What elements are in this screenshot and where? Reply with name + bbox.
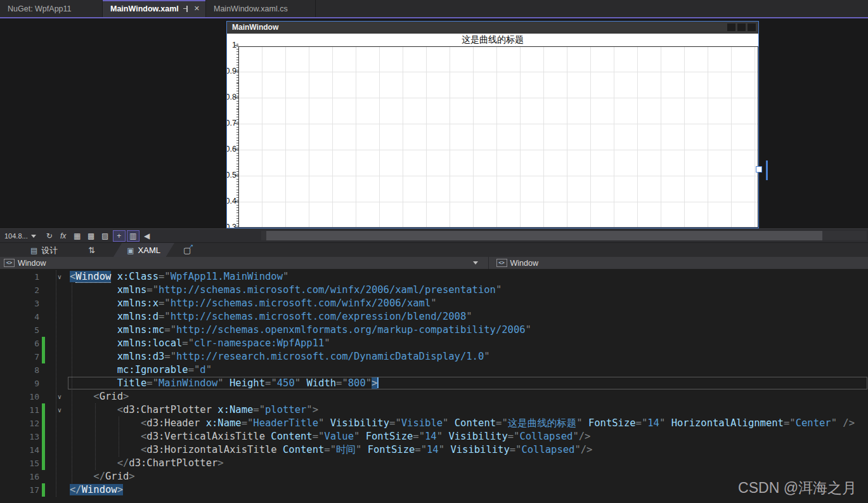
tab-mainwindow-xaml[interactable]: MainWindow.xaml ✕ — [103, 0, 206, 17]
code-line[interactable]: 7 xmlns:d3="http://research.microsoft.co… — [0, 350, 868, 363]
popout-editor-icon[interactable]: ▢↗ — [183, 245, 191, 255]
fold-collapse-icon[interactable]: ∨ — [55, 390, 65, 403]
code-text[interactable]: xmlns:local="clr-namespace:WpfApp11" — [70, 337, 330, 350]
code-text[interactable]: <d3:VerticalAxisTitle Content="Value" Fo… — [70, 430, 590, 443]
line-number: 12 — [0, 417, 39, 430]
tab-nuget-wpfapp11[interactable]: NuGet: WpfApp11 — [0, 0, 103, 17]
snap-to-snaplines-icon[interactable]: + — [113, 230, 126, 242]
code-text[interactable]: xmlns:mc="http://schemas.openxmlformats.… — [70, 323, 531, 337]
maximize-icon — [737, 23, 746, 31]
fold-collapse-icon[interactable]: ∨ — [55, 403, 65, 417]
xaml-code-editor[interactable]: 1∨<Window x:Class="WpfApp11.MainWindow"2… — [0, 269, 868, 503]
code-line[interactable]: 11∨ <d3:ChartPlotter x:Name="plotter"> — [0, 403, 868, 417]
designer-resize-handle[interactable] — [756, 166, 762, 173]
zoom-level-value: 104.8... — [4, 232, 28, 240]
design-tab-label: 设计 — [41, 245, 58, 256]
change-tracking-bar — [42, 350, 45, 363]
line-number: 6 — [0, 337, 39, 350]
code-line[interactable]: 1∨<Window x:Class="WpfApp11.MainWindow" — [0, 270, 868, 284]
code-line[interactable]: 13 <d3:VerticalAxisTitle Content="Value"… — [0, 430, 868, 443]
change-tracking-bar — [42, 337, 45, 350]
code-line[interactable]: 10∨ <Grid> — [0, 390, 868, 403]
element-breadcrumb-bar: <> Window <> Window — [0, 257, 868, 270]
chart-title: 这是曲线的标题 — [227, 34, 758, 46]
y-axis-major-tick — [235, 149, 238, 150]
y-axis-major-tick — [235, 175, 238, 176]
line-number: 4 — [0, 310, 39, 323]
code-text[interactable]: </Window> — [70, 483, 123, 497]
xaml-designer-surface[interactable]: MainWindow 这是曲线的标题 10.90.80.70.60.50.40.… — [0, 18, 868, 228]
tab-xaml-view[interactable]: ▣ XAML — [113, 243, 174, 258]
code-text[interactable]: </d3:ChartPlotter> — [70, 457, 224, 470]
code-text[interactable]: xmlns:d3="http://research.microsoft.com/… — [70, 350, 490, 363]
tab-label: NuGet: WpfApp11 — [8, 4, 72, 13]
zoom-level-dropdown[interactable]: 104.8... — [3, 230, 38, 242]
code-line[interactable]: 12 <d3:Header x:Name="HeaderTitle" Visib… — [0, 417, 868, 430]
code-text[interactable]: xmlns="http://schemas.microsoft.com/winf… — [70, 284, 502, 297]
scrollbar-thumb[interactable] — [266, 231, 822, 240]
minimize-icon — [727, 23, 735, 31]
code-line[interactable]: 5 xmlns:mc="http://schemas.openxmlformat… — [0, 323, 868, 337]
effects-icon[interactable]: fx — [57, 230, 70, 242]
code-text[interactable]: xmlns:x="http://schemas.microsoft.com/wi… — [70, 297, 437, 310]
breadcrumb-right[interactable]: Window — [510, 259, 538, 268]
line-number: 10 — [0, 390, 39, 403]
y-axis-major-tick — [235, 123, 238, 124]
code-line[interactable]: 9 Title="MainWindow" Height="450" Width=… — [0, 377, 868, 390]
code-line[interactable]: 3 xmlns:x="http://schemas.microsoft.com/… — [0, 297, 868, 310]
design-preview-window[interactable]: MainWindow 这是曲线的标题 10.90.80.70.60.50.40.… — [226, 21, 759, 228]
line-number: 13 — [0, 430, 39, 443]
code-text[interactable]: <d3:ChartPlotter x:Name="plotter"> — [70, 403, 318, 417]
change-tracking-bar — [42, 417, 45, 430]
designer-adorner-bar — [766, 160, 768, 180]
swap-panes-icon[interactable]: ⇅ — [88, 245, 95, 255]
pin-icon[interactable] — [186, 6, 188, 12]
breadcrumb-left[interactable]: Window — [18, 259, 46, 268]
breadcrumb-divider — [488, 257, 489, 269]
y-axis: 10.90.80.70.60.50.40.3 — [227, 34, 238, 228]
design-view-icon: ▤ — [30, 246, 37, 255]
line-number: 8 — [0, 363, 39, 377]
code-text[interactable]: <Window x:Class="WpfApp11.MainWindow" — [70, 270, 288, 284]
snap-to-gridlines-icon[interactable]: ▥ — [127, 230, 139, 242]
tab-mainwindow-xaml-cs[interactable]: MainWindow.xaml.cs — [206, 0, 316, 17]
chevron-down-icon — [31, 235, 36, 238]
code-text[interactable]: mc:Ignorable="d" — [70, 363, 212, 377]
code-text[interactable]: xmlns:d="http://schemas.microsoft.com/ex… — [70, 310, 472, 323]
show-snap-grid-icon[interactable]: ▦ — [71, 230, 84, 242]
chart-plotter[interactable]: 这是曲线的标题 10.90.80.70.60.50.40.3 — [227, 34, 758, 228]
breadcrumb-dropdown-icon[interactable] — [473, 261, 478, 265]
code-line[interactable]: 15 </d3:ChartPlotter> — [0, 457, 868, 470]
code-line[interactable]: 8 mc:Ignorable="d" — [0, 363, 868, 377]
y-axis-major-tick — [235, 201, 238, 202]
tab-label: MainWindow.xaml.cs — [214, 4, 288, 13]
code-text[interactable]: <d3:Header x:Name="HeaderTitle" Visibili… — [70, 417, 855, 430]
y-axis-major-tick — [235, 45, 238, 46]
design-xaml-switcher: ▤ 设计 ⇅ ▣ XAML ▢↗ — [0, 242, 868, 258]
change-tracking-bar — [42, 430, 45, 443]
designer-horizontal-scrollbar[interactable] — [261, 231, 867, 240]
code-line[interactable]: 14 <d3:HorizontalAxisTitle Content="时间" … — [0, 443, 868, 457]
code-text[interactable]: Title="MainWindow" Height="450" Width="8… — [70, 377, 379, 390]
y-axis-major-tick — [235, 97, 238, 98]
close-icon[interactable]: ✕ — [194, 4, 200, 13]
preview-window-title: MainWindow — [232, 23, 278, 32]
code-line[interactable]: 4 xmlns:d="http://schemas.microsoft.com/… — [0, 310, 868, 323]
xaml-tab-label: XAML — [138, 245, 160, 255]
change-tracking-bar — [42, 457, 45, 470]
popout-arrow-icon: ↗ — [189, 243, 194, 249]
code-text[interactable]: </Grid> — [70, 470, 135, 483]
line-number: 1 — [0, 270, 39, 284]
refresh-icon[interactable]: ↻ — [43, 230, 56, 242]
snap-to-grid-icon[interactable]: ▩ — [85, 230, 98, 242]
code-line[interactable]: 2 xmlns="http://schemas.microsoft.com/wi… — [0, 284, 868, 297]
code-text[interactable]: <Grid> — [70, 390, 129, 403]
y-axis-major-tick — [235, 71, 238, 72]
code-line[interactable]: 6 xmlns:local="clr-namespace:WpfApp11" — [0, 337, 868, 350]
code-text[interactable]: <d3:HorizontalAxisTitle Content="时间" Fon… — [70, 443, 592, 457]
show-constraints-icon[interactable]: ▨ — [99, 230, 112, 242]
fold-collapse-icon[interactable]: ∨ — [55, 270, 65, 284]
code-lines: 1∨<Window x:Class="WpfApp11.MainWindow"2… — [0, 270, 868, 497]
collapse-designer-icon[interactable]: ◀ — [141, 230, 153, 242]
tab-design-view[interactable]: ▤ 设计 — [30, 245, 58, 256]
